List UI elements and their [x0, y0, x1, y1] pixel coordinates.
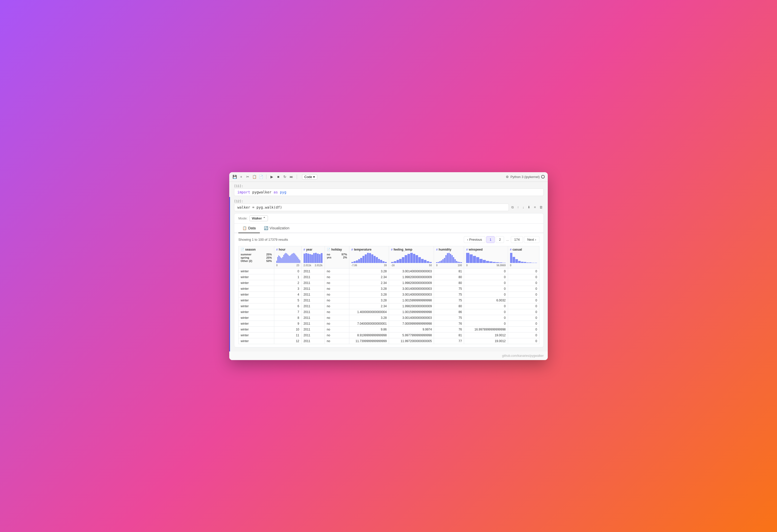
fast-forward-icon[interactable]: ⏭	[289, 175, 294, 179]
page-2-label: 2	[499, 238, 501, 241]
table-row: winter122011no11.739999999999999911.9972…	[239, 338, 539, 344]
next-button[interactable]: Next ›	[524, 236, 539, 243]
cell-temperature: 7.0400000000000001	[349, 321, 389, 326]
cell-winspeed: 0	[464, 292, 508, 297]
viz-tab-icon: 🔄	[264, 226, 268, 230]
cell-winspeed: 19.0012	[464, 338, 508, 344]
page-1-button[interactable]: 1	[486, 236, 495, 243]
cell-year: 2011	[301, 280, 325, 286]
season-other-label: Other (2)	[241, 259, 252, 262]
cell-winspeed: 6.0032	[464, 297, 508, 303]
tab-data[interactable]: 📋 Data	[238, 223, 260, 233]
cell-12: [12]: walker = pyg.walk(df) ⧉ ↑ ↓ ⬇ ≡ 🗑	[229, 197, 548, 351]
run-icon[interactable]: ▶	[269, 175, 274, 179]
chevron-down-icon: ▾	[313, 175, 315, 179]
data-panel: Showing 1 to 100 of 17379 results ‹ Prev…	[234, 233, 543, 347]
cell-winspeed: 16.9978999999999998	[464, 326, 508, 332]
cell-year: 2011	[301, 274, 325, 280]
cell-holiday: no	[325, 286, 349, 292]
cell-season: winter	[239, 332, 274, 338]
col-header-hour: # hour 0 23	[274, 246, 301, 268]
move-up-btn[interactable]: ↑	[516, 205, 520, 210]
table-row: winter42011no3.283.00140000000000037500	[239, 292, 539, 297]
restart-icon[interactable]: ↻	[283, 175, 287, 179]
season-spring-pct: 25%	[266, 256, 272, 259]
page-1-label: 1	[489, 238, 491, 241]
table-row: winter62011no2.341.99820000000000098000	[239, 303, 539, 309]
cell-hour: 12	[274, 338, 301, 344]
cell-temperature: 3.28	[349, 286, 389, 292]
mode-select[interactable]: Walker ⌃	[249, 215, 268, 221]
holiday-stats: no97% yes2%	[327, 253, 347, 259]
cell-season: winter	[239, 309, 274, 315]
code-selector[interactable]: Code ▾	[302, 174, 317, 180]
season-summer-label: summer	[241, 253, 251, 256]
pagination-controls: ‹ Previous 1 2 ...	[464, 236, 539, 243]
tabs-bar: 📋 Data 🔄 Visualization	[234, 223, 543, 233]
cell-casual: 0	[508, 338, 539, 344]
page-2-button[interactable]: 2	[496, 236, 504, 243]
cell-humidity: 80	[434, 303, 464, 309]
cell-casual: 0	[508, 332, 539, 338]
cell-12-code[interactable]: walker = pyg.walk(df)	[234, 204, 509, 211]
copy-icon[interactable]: 📋	[252, 175, 256, 179]
move-down-btn[interactable]: ↓	[522, 205, 525, 210]
cell-year: 2011	[301, 321, 325, 326]
download-btn[interactable]: ⬇	[527, 205, 531, 210]
paste-icon[interactable]: 📄	[258, 175, 263, 179]
cell-temperature: 3.28	[349, 315, 389, 321]
cut-icon[interactable]: ✂	[245, 175, 250, 179]
col-header-winspeed: # winspeed 0 56.9969	[464, 246, 508, 268]
col-winspeed-label: winspeed	[469, 248, 483, 251]
temp-histogram	[351, 253, 387, 263]
cell-humidity: 76	[434, 326, 464, 332]
cell-12-code-text: walker = pyg.walk(df)	[237, 205, 282, 209]
cell-hour: 1	[274, 274, 301, 280]
mode-value: Walker	[252, 216, 262, 220]
cell-holiday: no	[325, 268, 349, 274]
cell-holiday: no	[325, 326, 349, 332]
table-row: winter02011no3.283.00140000000000038100	[239, 268, 539, 274]
tab-visualization[interactable]: 🔄 Visualization	[260, 223, 294, 233]
col-header-season: 📄 season summer25% spring25% Other (2)50…	[239, 246, 274, 268]
prev-button[interactable]: ‹ Previous	[464, 236, 485, 243]
cell-casual: 0	[508, 268, 539, 274]
footer-note: github.com/kanaries/pygwalker	[229, 351, 548, 360]
cell-season: winter	[239, 338, 274, 344]
feeltemp-type-icon: #	[391, 248, 393, 251]
stop-icon[interactable]: ■	[276, 175, 281, 179]
code-module-name: pygwalker	[252, 190, 273, 194]
year-histogram	[304, 253, 323, 263]
cell-feeling_temp: 1.9982000000000009	[389, 303, 434, 309]
cell-casual: 0	[508, 315, 539, 321]
cell-feeling_temp: 3.0014000000000003	[389, 268, 434, 274]
more-btn[interactable]: ≡	[533, 205, 537, 210]
cell-year: 2011	[301, 309, 325, 315]
cell-holiday: no	[325, 309, 349, 315]
cell-casual: 0	[508, 321, 539, 326]
cell-hour: 3	[274, 286, 301, 292]
cell-holiday: no	[325, 292, 349, 297]
mode-chevron-icon: ⌃	[263, 216, 266, 220]
col-temp-label: temperature	[354, 248, 371, 251]
holiday-yes-pct: 2%	[343, 256, 347, 259]
humidity-max: 100	[458, 264, 462, 267]
cell-hour: 5	[274, 297, 301, 303]
table-row: winter52011no3.281.0015999999999998756.0…	[239, 297, 539, 303]
cell-12-actions: ⧉ ↑ ↓ ⬇ ≡ 🗑	[510, 204, 544, 211]
page-last-button[interactable]: 174	[511, 236, 523, 243]
cell-feeling_temp: 9.9974	[389, 326, 434, 332]
cell-11-code[interactable]: import pygwalker as pyg	[234, 188, 544, 196]
cell-feeling_temp: 5.9977999999999998	[389, 332, 434, 338]
add-icon[interactable]: +	[239, 175, 243, 179]
cell-temperature: 1.4000000000000004	[349, 309, 389, 315]
table-row: winter112011no8.91999999999999985.997799…	[239, 332, 539, 338]
cell-11: [11]: import pygwalker as pyg	[229, 182, 548, 197]
delete-btn[interactable]: 🗑	[538, 205, 544, 210]
cell-casual: 0	[508, 274, 539, 280]
save-icon[interactable]: 💾	[232, 175, 237, 179]
copy-cell-btn[interactable]: ⧉	[510, 205, 515, 210]
cell-season: winter	[239, 321, 274, 326]
casual-type-icon: #	[510, 248, 512, 251]
col-header-holiday: 📄 holiday no97% yes2%	[325, 246, 349, 268]
